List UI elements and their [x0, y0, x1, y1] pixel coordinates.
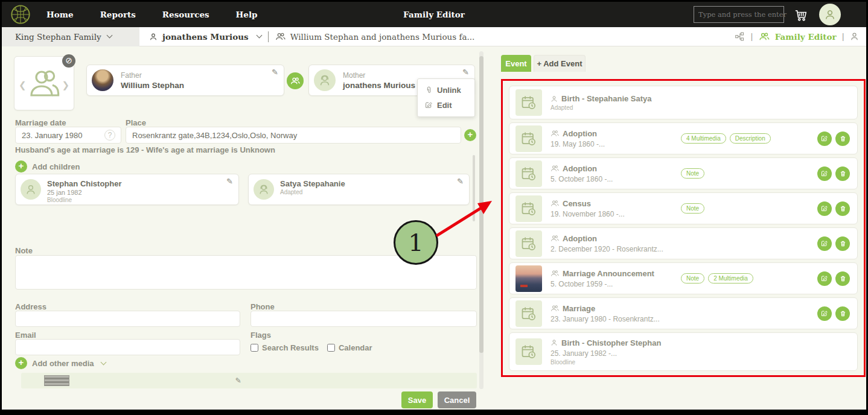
edit-event-button[interactable] [817, 201, 832, 216]
calendar-event-icon [515, 125, 542, 152]
add-media-button[interactable]: + [15, 357, 27, 369]
child-card[interactable]: Satya Stepahanie Adapted ✎ [248, 174, 470, 205]
nav-item-home[interactable]: Home [46, 10, 74, 19]
nav-item-resources[interactable]: Resources [162, 10, 209, 19]
calendar-event-icon [515, 160, 542, 187]
couple-icon [290, 77, 300, 85]
marriage-date-label: Marriage date [15, 118, 66, 127]
edit-mother-icon[interactable]: ✎ [462, 68, 469, 76]
nav-item-reports[interactable]: Reports [100, 10, 136, 19]
scrollbar-thumb[interactable] [479, 56, 483, 353]
annotation-number: 1 [408, 229, 423, 256]
tab-event[interactable]: Event [501, 55, 531, 72]
nav-item-help[interactable]: Help [236, 10, 258, 19]
calendar-event-icon [515, 230, 542, 257]
delete-event-button[interactable] [835, 201, 850, 216]
flags-row: Search Results Calendar [251, 343, 372, 352]
inner-scrollbar-thumb[interactable] [473, 155, 475, 221]
family-editor-link[interactable]: Family Editor [775, 32, 837, 42]
child-tag: Adapted [280, 189, 345, 195]
prev-couple-chevron[interactable]: ❮ [19, 80, 27, 90]
person-selector[interactable]: jonathens Murious [149, 32, 249, 42]
event-row[interactable]: Birth - Chistopher Stephan 25. January 1… [509, 332, 858, 371]
delete-event-button[interactable] [835, 131, 850, 146]
couple-icon [550, 130, 559, 137]
event-row[interactable]: Adoption 5. October 1860 -... Note [509, 157, 858, 189]
add-children-label: Add children [32, 162, 80, 171]
delete-event-button[interactable] [835, 271, 850, 286]
calendar-event-icon [515, 195, 542, 222]
cancel-button[interactable]: Cancel [438, 391, 476, 408]
menu-item-edit[interactable]: Edit [418, 98, 474, 113]
child-avatar [254, 179, 274, 200]
edit-media-icon[interactable]: ✎ [235, 376, 241, 385]
event-title: Adoption [563, 234, 597, 243]
media-item-row[interactable]: ✎ [21, 373, 477, 388]
event-tag: Bloodline [550, 359, 661, 366]
father-card[interactable]: Father Willium Stephan ✎ [86, 65, 284, 96]
note-label: Note [15, 246, 33, 255]
event-title: Birth - Stepahanie Satya [561, 94, 652, 103]
event-row[interactable]: Adoption 19. May 1860 -... 4 MultimediaD… [509, 122, 858, 154]
disabled-edit-icon[interactable]: ⊘ [62, 54, 75, 68]
delete-event-button[interactable] [835, 166, 850, 181]
event-row[interactable]: Census 19. November 1860 -... Note [509, 192, 858, 224]
add-children-button[interactable]: + [15, 160, 27, 173]
chevron-down-icon[interactable] [256, 33, 262, 39]
event-title: Adoption [563, 164, 597, 173]
event-date: 2. December 1920 - Rosenkrantz... [550, 245, 663, 253]
tab-add-event[interactable]: + Add Event [534, 55, 586, 72]
event-row[interactable]: Marriage 23. January 1980 - Rosenkrantz.… [509, 297, 858, 329]
person-icon [550, 95, 558, 103]
edit-father-icon[interactable]: ✎ [272, 68, 278, 76]
event-date: 23. January 1980 - Rosenkrantz... [550, 315, 660, 323]
father-avatar [92, 69, 113, 91]
delete-event-button[interactable] [835, 236, 850, 251]
tree-view-icon[interactable] [735, 31, 745, 42]
edit-event-button[interactable] [817, 166, 832, 181]
child-card[interactable]: Stephan Chistopher 25 jan 1982 Bloodline… [15, 174, 239, 205]
delete-event-button[interactable] [835, 306, 850, 321]
badge-description: Description [730, 133, 771, 144]
search-results-checkbox[interactable] [251, 344, 258, 352]
save-button[interactable]: Save [401, 391, 433, 408]
search-results-label: Search Results [262, 343, 319, 352]
email-input[interactable] [15, 339, 240, 355]
add-place-button[interactable]: + [464, 129, 476, 141]
event-tag: Adapted [550, 104, 652, 111]
phone-input[interactable] [251, 311, 477, 327]
cart-icon[interactable] [794, 8, 808, 22]
brand-logo-icon[interactable] [10, 4, 31, 25]
next-couple-chevron[interactable]: ❯ [62, 80, 69, 90]
flags-label: Flags [251, 331, 271, 340]
chevron-down-icon [106, 33, 112, 39]
panel-scrollbar[interactable] [479, 51, 483, 389]
event-row[interactable]: Adoption 2. December 1920 - Rosenkrantz.… [509, 227, 858, 259]
user-avatar[interactable] [819, 4, 841, 25]
date-help-icon[interactable]: ? [104, 130, 115, 141]
link-parents-button[interactable] [287, 72, 304, 89]
edit-event-button[interactable] [817, 271, 832, 286]
event-row[interactable]: Birth - Stepahanie Satya Adapted [509, 86, 858, 119]
edit-event-button[interactable] [817, 131, 832, 146]
menu-item-unlink[interactable]: Unlink [418, 83, 474, 98]
age-summary: Husband's age at marriage is 129 - Wife'… [15, 145, 275, 154]
family-selector[interactable]: King Stephan Family [2, 27, 139, 46]
event-row[interactable]: Marriage Announcement 5. October 1959 -.… [509, 262, 858, 294]
edit-event-button[interactable] [817, 306, 832, 321]
edit-child-icon[interactable]: ✎ [226, 177, 233, 185]
place-input[interactable] [126, 127, 461, 144]
address-input[interactable] [15, 311, 240, 327]
edit-event-button[interactable] [817, 236, 832, 251]
child-birth: 25 jan 1982 [47, 189, 122, 196]
person-icon [550, 339, 558, 346]
nav-menu: Home Reports Resources Help [46, 10, 258, 19]
event-title: Marriage Announcement [563, 269, 654, 278]
person-editor-icon[interactable] [850, 32, 859, 41]
search-input[interactable] [698, 10, 787, 19]
search-box [694, 6, 784, 23]
parent-context-menu: Unlink Edit [417, 78, 475, 117]
edit-child-icon[interactable]: ✎ [457, 177, 464, 185]
chevron-down-icon[interactable] [100, 359, 106, 365]
calendar-checkbox[interactable] [327, 344, 335, 352]
